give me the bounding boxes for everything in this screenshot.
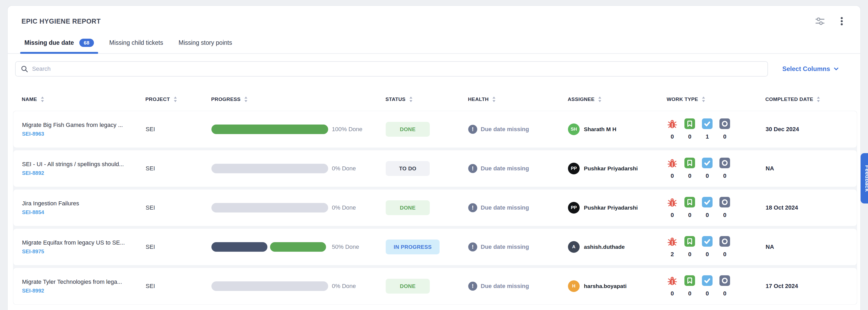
progress-bar bbox=[211, 242, 328, 252]
kebab-menu-icon[interactable] bbox=[835, 14, 849, 28]
status-badge: DONE bbox=[386, 122, 430, 137]
work-type-bug: 0 bbox=[667, 197, 678, 218]
sort-icon[interactable] bbox=[173, 96, 178, 103]
bug-icon bbox=[667, 197, 678, 207]
health-text: Due date missing bbox=[481, 283, 529, 289]
column-header-name[interactable]: NAME bbox=[22, 96, 145, 103]
warning-icon: ! bbox=[468, 242, 477, 251]
table-header: NAMEPROJECTPROGRESSSTATUSHEALTHASSIGNEEW… bbox=[13, 89, 857, 109]
card-header: EPIC HYGIENE REPORT bbox=[8, 6, 860, 28]
search-input[interactable] bbox=[32, 65, 763, 72]
epic-name: SEI - UI - All strings / spellings shoul… bbox=[22, 161, 146, 168]
table-row[interactable]: Jira Ingestion FailuresSEI-8854SEI0% Don… bbox=[13, 189, 857, 226]
work-type-count: 0 bbox=[688, 212, 691, 218]
work-type-cell: 0000 bbox=[667, 197, 766, 218]
health-cell: !Due date missing bbox=[468, 164, 568, 173]
sort-icon[interactable] bbox=[408, 96, 413, 103]
project-key: SEI bbox=[146, 243, 211, 250]
warning-icon: ! bbox=[468, 282, 477, 291]
sort-icon[interactable] bbox=[491, 96, 497, 103]
tab-missing-child-tickets[interactable]: Missing child tickets bbox=[105, 35, 167, 53]
epic-name: Migrate Equifax from legacy US to SE... bbox=[22, 239, 146, 246]
column-header-work-type[interactable]: WORK TYPE bbox=[666, 96, 765, 103]
epic-name: Jira Ingestion Failures bbox=[22, 200, 146, 207]
epic-name: Migrate Big Fish Games from legacy ... bbox=[22, 122, 146, 129]
sort-icon[interactable] bbox=[701, 96, 706, 103]
sort-icon[interactable] bbox=[816, 96, 821, 103]
work-type-count: 0 bbox=[688, 172, 691, 179]
column-label: COMPLETED DATE bbox=[765, 97, 813, 102]
table-row[interactable]: Migrate Equifax from legacy US to SE...S… bbox=[13, 229, 857, 266]
progress-cell: 100% Done bbox=[211, 125, 386, 134]
work-type-task: 0 bbox=[702, 197, 713, 218]
work-type-count: 0 bbox=[671, 133, 674, 140]
project-key: SEI bbox=[146, 165, 211, 172]
work-type-bug: 2 bbox=[667, 236, 678, 258]
work-type-count: 0 bbox=[688, 133, 691, 140]
table-row[interactable]: Migrate Big Fish Games from legacy ...SE… bbox=[13, 111, 857, 148]
health-text: Due date missing bbox=[481, 165, 529, 172]
ticket-link[interactable]: SEI-8963 bbox=[22, 131, 44, 137]
other-work-icon bbox=[719, 197, 730, 207]
bug-icon bbox=[667, 275, 678, 286]
other-work-icon bbox=[719, 236, 730, 247]
work-type-count: 1 bbox=[706, 133, 709, 140]
ticket-link[interactable]: SEI-8992 bbox=[22, 288, 44, 294]
work-type-bug: 0 bbox=[667, 275, 678, 297]
sort-icon[interactable] bbox=[597, 96, 602, 103]
tab-missing-story-points[interactable]: Missing story points bbox=[174, 35, 236, 53]
health-cell: !Due date missing bbox=[468, 203, 568, 212]
avatar: SH bbox=[568, 124, 580, 135]
column-header-progress[interactable]: PROGRESS bbox=[211, 96, 385, 103]
table-row[interactable]: SEI - UI - All strings / spellings shoul… bbox=[13, 150, 857, 187]
progress-label: 100% Done bbox=[332, 126, 362, 133]
work-type-count: 0 bbox=[723, 251, 726, 258]
project-key: SEI bbox=[146, 283, 211, 289]
story-icon bbox=[684, 118, 695, 129]
sort-icon[interactable] bbox=[243, 96, 249, 103]
work-type-count: 0 bbox=[671, 172, 674, 179]
table-row[interactable]: Migrate Tyler Technologies from lega...S… bbox=[13, 268, 857, 305]
column-header-assignee[interactable]: ASSIGNEE bbox=[568, 96, 666, 103]
column-header-status[interactable]: STATUS bbox=[385, 96, 468, 103]
status-badge: IN PROGRESS bbox=[386, 240, 440, 254]
work-type-other-work: 0 bbox=[719, 236, 730, 258]
column-label: PROJECT bbox=[145, 97, 170, 102]
work-type-other-work: 0 bbox=[719, 158, 730, 179]
progress-bar bbox=[211, 125, 328, 134]
work-type-other-work: 0 bbox=[719, 197, 730, 218]
search-box[interactable] bbox=[15, 61, 768, 76]
story-icon bbox=[684, 158, 695, 168]
work-type-story: 0 bbox=[684, 118, 695, 140]
column-header-completed-date[interactable]: COMPLETED DATE bbox=[765, 96, 857, 103]
completed-date: 30 Dec 2024 bbox=[766, 126, 857, 133]
select-columns-button[interactable]: Select Columns bbox=[782, 65, 840, 73]
task-icon bbox=[702, 236, 713, 247]
feedback-tab[interactable]: Feedback bbox=[861, 153, 868, 204]
column-header-project[interactable]: PROJECT bbox=[145, 96, 211, 103]
status-badge: TO DO bbox=[386, 161, 430, 176]
sort-icon[interactable] bbox=[40, 96, 45, 103]
assignee-cell: Aashish.duthade bbox=[568, 241, 667, 253]
work-type-count: 0 bbox=[723, 290, 726, 297]
search-icon bbox=[21, 65, 28, 73]
column-header-health[interactable]: HEALTH bbox=[468, 96, 568, 103]
completed-date: 18 Oct 2024 bbox=[766, 204, 857, 211]
assignee-cell: SHSharath M H bbox=[568, 124, 667, 135]
health-cell: !Due date missing bbox=[468, 125, 568, 134]
work-type-task: 0 bbox=[702, 275, 713, 297]
ticket-link[interactable]: SEI-8854 bbox=[22, 209, 44, 215]
other-work-icon bbox=[719, 158, 730, 168]
other-work-icon bbox=[719, 275, 730, 286]
tab-missing-due-date[interactable]: Missing due date68 bbox=[20, 35, 98, 53]
epic-hygiene-report-card: EPIC HYGIENE REPORT Missing due date68Mi… bbox=[7, 5, 861, 310]
bug-icon bbox=[667, 118, 678, 129]
progress-bar bbox=[211, 164, 328, 173]
ticket-link[interactable]: SEI-8975 bbox=[22, 248, 44, 254]
sliders-icon[interactable] bbox=[813, 14, 827, 28]
work-type-count: 0 bbox=[688, 290, 691, 297]
ticket-link[interactable]: SEI-8892 bbox=[22, 170, 44, 176]
assignee-name: Pushkar Priyadarshi bbox=[584, 165, 638, 172]
progress-cell: 0% Done bbox=[211, 164, 386, 173]
assignee-cell: PPPushkar Priyadarshi bbox=[568, 202, 667, 213]
